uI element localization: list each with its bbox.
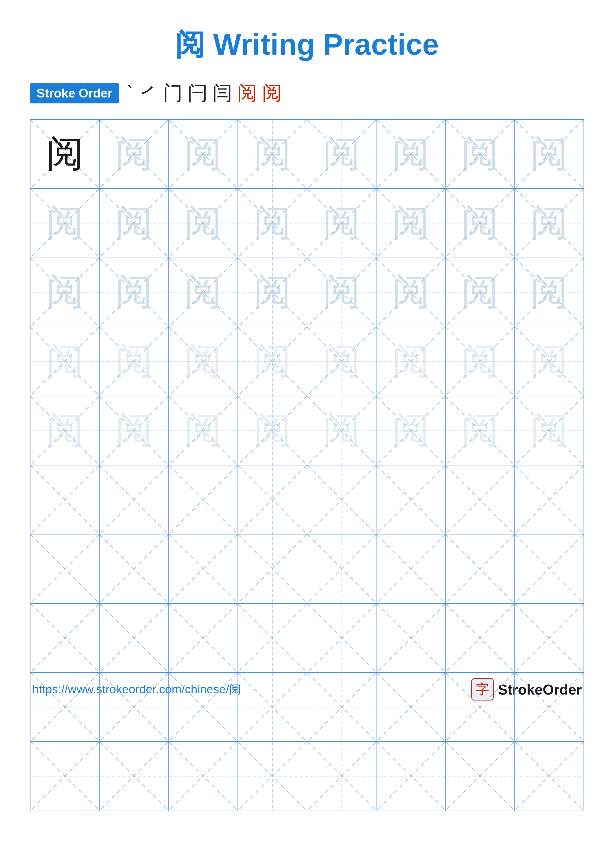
grid-cell[interactable] — [238, 465, 307, 534]
grid-cell[interactable] — [376, 742, 445, 811]
grid-cell[interactable] — [376, 673, 445, 742]
practice-char: 阅 — [307, 397, 376, 465]
grid-cell[interactable]: 阅 — [238, 258, 307, 327]
grid-cell[interactable]: 阅 — [238, 327, 307, 396]
grid-cell[interactable] — [238, 742, 307, 811]
practice-char: 阅 — [515, 189, 583, 257]
grid-cell[interactable] — [307, 603, 376, 673]
grid-cell[interactable] — [445, 742, 515, 811]
grid-cell[interactable] — [30, 673, 99, 742]
grid-cell[interactable] — [99, 603, 168, 673]
grid-cell[interactable] — [99, 534, 168, 603]
grid-cell[interactable] — [376, 534, 445, 603]
grid-cell[interactable] — [169, 742, 238, 811]
grid-cell[interactable]: 阅 — [30, 189, 99, 257]
grid-cell[interactable]: 阅 — [515, 119, 584, 189]
grid-cell[interactable]: 阅 — [30, 258, 99, 327]
grid-cell[interactable] — [307, 742, 376, 811]
grid-cell[interactable]: 阅 — [169, 119, 238, 189]
grid-cell[interactable]: 阅 — [169, 327, 238, 396]
practice-char: 阅 — [238, 258, 307, 327]
grid-cell[interactable]: 阅 — [307, 189, 376, 257]
grid-cell[interactable]: 阅 — [238, 396, 307, 465]
practice-char: 阅 — [376, 327, 445, 396]
grid-cell[interactable] — [307, 534, 376, 603]
grid-cell[interactable] — [169, 603, 238, 673]
grid-cell[interactable] — [99, 673, 168, 742]
grid-cell[interactable] — [515, 534, 584, 603]
grid-cell[interactable] — [307, 465, 376, 534]
practice-char: 阅 — [307, 327, 376, 396]
grid-cell[interactable]: 阅 — [99, 119, 168, 189]
stroke-chars: ` ㇒ 门 闩 闫 阅 阅 — [127, 80, 282, 107]
grid-cell[interactable]: 阅 — [515, 258, 584, 327]
grid-cell[interactable]: 阅 — [376, 189, 445, 257]
grid-cell[interactable] — [238, 603, 307, 673]
grid-cell[interactable]: 阅 — [307, 327, 376, 396]
grid-cell[interactable]: 阅 — [99, 396, 168, 465]
grid-cell[interactable] — [445, 603, 515, 673]
grid-cell[interactable] — [238, 534, 307, 603]
grid-cell[interactable] — [30, 742, 99, 811]
grid-cell[interactable]: 阅 — [169, 258, 238, 327]
practice-char: 阅 — [376, 120, 445, 188]
grid-cell[interactable]: 阅 — [99, 327, 168, 396]
grid-cell[interactable] — [515, 465, 584, 534]
grid-cell[interactable]: 阅 — [376, 258, 445, 327]
grid-cell[interactable]: 阅 — [30, 327, 99, 396]
grid-cell[interactable]: 阅 — [515, 396, 584, 465]
practice-char: 阅 — [169, 397, 238, 465]
practice-char: 阅 — [446, 258, 514, 327]
grid-cell[interactable]: 阅 — [99, 258, 168, 327]
grid-cell[interactable]: 阅 — [30, 396, 99, 465]
grid-cell[interactable] — [376, 465, 445, 534]
grid-cell[interactable]: 阅 — [30, 119, 99, 189]
grid-cell[interactable] — [445, 534, 515, 603]
grid-cell[interactable]: 阅 — [445, 258, 515, 327]
practice-char: 阅 — [307, 120, 376, 188]
grid-cell[interactable]: 阅 — [238, 119, 307, 189]
grid-cell[interactable] — [30, 603, 99, 673]
practice-char: 阅 — [99, 258, 168, 327]
title-char: 阅 — [175, 28, 205, 61]
grid-cell[interactable] — [445, 673, 515, 742]
grid-cell[interactable]: 阅 — [307, 396, 376, 465]
grid-cell[interactable]: 阅 — [515, 327, 584, 396]
grid-cell[interactable]: 阅 — [445, 189, 515, 257]
grid-cell[interactable]: 阅 — [376, 327, 445, 396]
practice-char: 阅 — [376, 397, 445, 465]
grid-cell[interactable]: 阅 — [376, 396, 445, 465]
practice-char: 阅 — [99, 189, 168, 257]
grid-cell[interactable] — [445, 465, 515, 534]
practice-char: 阅 — [169, 327, 238, 396]
grid-cell[interactable] — [376, 603, 445, 673]
grid-cell[interactable] — [515, 673, 584, 742]
grid-cell[interactable] — [169, 465, 238, 534]
grid-cell[interactable]: 阅 — [445, 396, 515, 465]
grid-cell[interactable]: 阅 — [99, 189, 168, 257]
practice-char: 阅 — [99, 120, 168, 188]
practice-char: 阅 — [31, 327, 99, 396]
grid-cell[interactable]: 阅 — [238, 189, 307, 257]
practice-char: 阅 — [31, 258, 99, 327]
grid-cell[interactable]: 阅 — [307, 258, 376, 327]
grid-cell[interactable] — [30, 465, 99, 534]
grid-cell[interactable]: 阅 — [376, 119, 445, 189]
grid-cell[interactable] — [307, 673, 376, 742]
grid-cell[interactable] — [30, 534, 99, 603]
grid-cell[interactable]: 阅 — [515, 189, 584, 257]
grid-cell[interactable] — [99, 742, 168, 811]
grid-cell[interactable]: 阅 — [445, 327, 515, 396]
practice-char: 阅 — [307, 258, 376, 327]
stroke-2: ㇒ — [138, 80, 158, 107]
grid-cell[interactable] — [169, 534, 238, 603]
grid-cell[interactable] — [515, 742, 584, 811]
grid-cell[interactable] — [238, 673, 307, 742]
grid-cell[interactable] — [515, 603, 584, 673]
grid-cell[interactable]: 阅 — [307, 119, 376, 189]
grid-cell[interactable] — [99, 465, 168, 534]
grid-cell[interactable]: 阅 — [445, 119, 515, 189]
grid-cell[interactable] — [169, 673, 238, 742]
grid-cell[interactable]: 阅 — [169, 189, 238, 257]
grid-cell[interactable]: 阅 — [169, 396, 238, 465]
